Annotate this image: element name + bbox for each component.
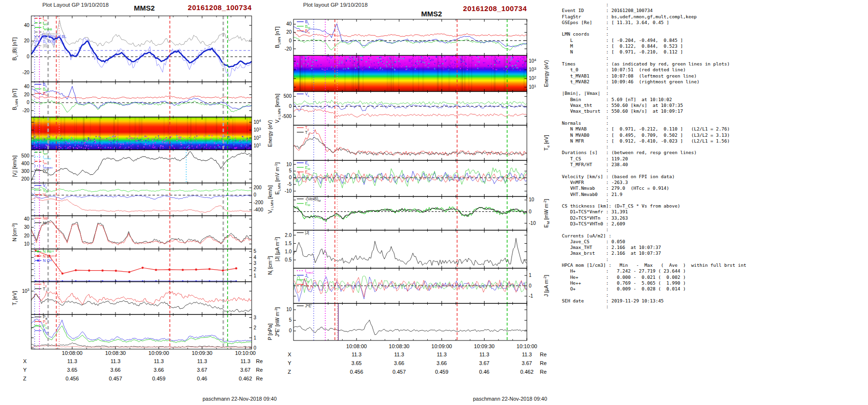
speckle bbox=[216, 143, 217, 144]
speckle bbox=[361, 60, 362, 61]
speckle bbox=[149, 144, 150, 144]
speckle bbox=[53, 142, 54, 143]
speckle bbox=[120, 144, 121, 144]
mid-series-JN bbox=[294, 277, 527, 297]
legend-label: T⊥ bbox=[43, 287, 48, 292]
speckle bbox=[371, 69, 372, 70]
speckle bbox=[108, 137, 109, 138]
speckle bbox=[114, 135, 115, 136]
speckle bbox=[411, 67, 412, 68]
speckle bbox=[294, 63, 294, 64]
speckle bbox=[220, 135, 221, 136]
speckle bbox=[357, 60, 358, 61]
speckle bbox=[69, 136, 70, 137]
speckle bbox=[496, 59, 497, 60]
speckle bbox=[362, 68, 363, 69]
speckle bbox=[88, 137, 89, 138]
speckle bbox=[147, 144, 148, 145]
speckle bbox=[142, 137, 143, 138]
speckle bbox=[378, 64, 379, 65]
speckle bbox=[495, 57, 496, 58]
speckle bbox=[32, 139, 33, 140]
speckle bbox=[416, 64, 417, 65]
speckle bbox=[189, 140, 190, 141]
speckle bbox=[522, 60, 523, 61]
speckle bbox=[366, 56, 367, 57]
speckle bbox=[206, 145, 207, 146]
speckle bbox=[94, 140, 95, 141]
speckle bbox=[42, 144, 43, 145]
speckle bbox=[483, 58, 484, 59]
mid-rlabel-Te: Te [eV] bbox=[543, 135, 550, 150]
speckle bbox=[382, 69, 383, 70]
speckle bbox=[89, 139, 90, 140]
speckle bbox=[368, 68, 369, 69]
speckle bbox=[189, 145, 190, 146]
speckle bbox=[355, 65, 356, 65]
left-ylabel-N_density: N [cm-3] bbox=[11, 223, 17, 241]
legend-label: VL bbox=[305, 92, 309, 97]
speckle bbox=[147, 139, 148, 140]
speckle bbox=[484, 60, 485, 61]
speckle bbox=[99, 136, 100, 137]
left-series-BM bbox=[31, 100, 252, 113]
speckle bbox=[311, 68, 312, 69]
speckle bbox=[342, 69, 343, 70]
speckle bbox=[73, 140, 74, 141]
speckle bbox=[396, 65, 396, 66]
y-tick-label: 0 bbox=[289, 328, 292, 333]
y-tick-label: 20 bbox=[24, 233, 30, 238]
speckle bbox=[512, 57, 513, 58]
pos-value: 0.457 bbox=[393, 369, 406, 375]
y-tick-label: -20 bbox=[285, 46, 292, 52]
speckle bbox=[135, 140, 136, 141]
speckle bbox=[357, 64, 358, 65]
speckle bbox=[74, 142, 75, 143]
speckle bbox=[446, 67, 447, 68]
info-line: HPCA mom [1/cm3] : Min - Max ( Ave ) wit… bbox=[559, 262, 746, 268]
pos-value: 3.66 bbox=[153, 367, 164, 373]
speckle bbox=[445, 61, 446, 62]
info-line: |Bmin|, |Vmax| : bbox=[559, 91, 746, 96]
speckle bbox=[483, 60, 484, 61]
speckle bbox=[65, 148, 66, 149]
speckle bbox=[193, 148, 194, 149]
speckle bbox=[250, 140, 251, 141]
speckle bbox=[474, 64, 475, 65]
speckle bbox=[499, 61, 500, 62]
legend-label: VN bbox=[43, 193, 48, 198]
speckle bbox=[225, 135, 226, 136]
speckle bbox=[230, 137, 230, 138]
speckle bbox=[147, 147, 148, 148]
speckle bbox=[232, 135, 233, 136]
info-line: N MFR : [ 0.912, -0.410, -0.023 ] (L2/L1… bbox=[559, 138, 746, 144]
y-tick-label: 2 bbox=[254, 267, 256, 272]
y-tick-label: 0 bbox=[289, 104, 292, 109]
y-tick-label: 500 bbox=[283, 93, 292, 99]
speckle bbox=[140, 139, 141, 140]
speckle bbox=[516, 67, 517, 68]
speckle bbox=[221, 144, 222, 145]
speckle bbox=[440, 56, 441, 57]
speckle bbox=[398, 61, 399, 62]
left-panel-frame-8 bbox=[31, 314, 252, 349]
speckle bbox=[130, 145, 131, 146]
speckle bbox=[161, 145, 162, 146]
speckle bbox=[61, 145, 62, 146]
speckle bbox=[81, 142, 82, 143]
pos-value: 3.66 bbox=[394, 360, 404, 366]
speckle bbox=[386, 66, 387, 67]
speckle bbox=[478, 68, 479, 69]
speckle bbox=[207, 142, 208, 143]
speckle bbox=[69, 139, 70, 140]
speckle bbox=[306, 59, 306, 60]
info-line: Jmax_THT : 2.166 at 10:07:37 bbox=[559, 245, 746, 250]
speckle bbox=[447, 67, 448, 68]
speckle bbox=[506, 61, 507, 62]
speckle bbox=[146, 136, 147, 137]
speckle bbox=[209, 144, 210, 145]
speckle bbox=[394, 68, 395, 69]
speckle bbox=[467, 67, 468, 68]
speckle bbox=[111, 144, 112, 145]
speckle bbox=[369, 67, 370, 68]
